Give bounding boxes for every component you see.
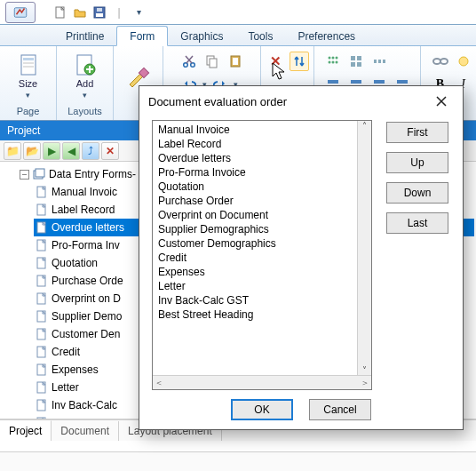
tree-item-label: Customer Den: [52, 326, 120, 342]
svg-rect-24: [351, 56, 355, 60]
dialog-titlebar[interactable]: Document evaluation order: [139, 86, 463, 116]
list-item[interactable]: Supplier Demographics: [155, 222, 355, 236]
svg-rect-35: [374, 80, 385, 84]
size-button[interactable]: Size ▾: [7, 51, 50, 102]
chevron-down-icon: ▾: [26, 91, 30, 100]
svg-rect-26: [351, 62, 355, 67]
scroll-right-arrow[interactable]: ＞: [361, 377, 369, 389]
list-item[interactable]: Manual Invoice: [155, 123, 355, 137]
down-button[interactable]: Down: [386, 182, 448, 204]
list-item[interactable]: Overdue letters: [155, 151, 355, 165]
scroll-up-arrow[interactable]: ˄: [362, 121, 367, 131]
svg-point-40: [440, 59, 448, 64]
tree-item-label: Pro-Forma Inv: [52, 237, 120, 253]
svg-point-18: [328, 57, 330, 60]
ribbon-group-label: Layouts: [67, 104, 102, 118]
last-button[interactable]: Last: [386, 212, 448, 234]
tree-root-label: Data Entry Forms-: [49, 166, 136, 182]
page-icon: [36, 381, 48, 394]
list-item[interactable]: Inv Back-Calc GST: [155, 293, 355, 307]
grid-icon[interactable]: [346, 52, 366, 71]
svg-rect-17: [233, 58, 238, 65]
ok-button[interactable]: OK: [231, 399, 293, 420]
cut-icon[interactable]: [179, 52, 199, 71]
svg-point-19: [331, 57, 334, 60]
scroll-left-arrow[interactable]: ＜: [155, 377, 163, 389]
list-item[interactable]: Label Record: [155, 137, 355, 151]
link-icon[interactable]: [431, 52, 450, 71]
tree-item-label: Quotation: [52, 255, 98, 271]
nav-up-button[interactable]: 📁: [4, 142, 21, 160]
collapse-button[interactable]: ◀: [62, 142, 80, 160]
nav-down-button[interactable]: 📂: [23, 142, 41, 160]
tree-item-label: Expenses: [52, 362, 99, 378]
tab-tools[interactable]: Tools: [235, 27, 285, 45]
list-item[interactable]: Credit: [155, 251, 355, 265]
first-button[interactable]: First: [386, 122, 448, 143]
distribute-icon[interactable]: [369, 52, 389, 71]
highlight-icon[interactable]: [454, 52, 473, 71]
add-button-label: Add: [76, 78, 94, 89]
ribbon-group-page: Size ▾ Page: [0, 46, 57, 120]
bottom-tab-project[interactable]: Project: [0, 420, 52, 441]
list-item[interactable]: Pro-Forma Invoice: [155, 165, 355, 180]
app-logo[interactable]: [5, 2, 36, 23]
page-icon: [36, 328, 48, 340]
braille-grid-icon[interactable]: [323, 52, 343, 71]
goto-button[interactable]: ⤴: [82, 142, 99, 160]
tab-graphics[interactable]: Graphics: [168, 27, 235, 45]
remove-button[interactable]: ✕: [101, 142, 119, 160]
tab-printline[interactable]: Printline: [53, 27, 116, 45]
tree-item-label: Label Record: [52, 202, 115, 218]
tree-item-label: Purchase Orde: [52, 273, 123, 289]
cancel-button[interactable]: Cancel: [309, 399, 371, 420]
ribbon-group-label: Page: [17, 104, 40, 118]
new-file-icon[interactable]: [53, 5, 67, 20]
svg-rect-7: [23, 62, 34, 64]
open-folder-icon[interactable]: [73, 5, 87, 20]
list-item[interactable]: Customer Demographics: [155, 236, 355, 251]
order-listbox[interactable]: Manual InvoiceLabel RecordOverdue letter…: [152, 120, 372, 390]
sort-order-icon[interactable]: [290, 52, 309, 71]
dialog-title: Document evaluation order: [148, 95, 287, 108]
page-icon: [36, 363, 48, 376]
tree-item-label: Letter: [52, 379, 79, 395]
svg-rect-37: [397, 80, 408, 84]
page-icon: [36, 275, 48, 287]
tab-form[interactable]: Form: [116, 26, 168, 46]
svg-point-21: [328, 61, 330, 64]
delete-icon[interactable]: ✕: [266, 52, 286, 71]
collapse-icon[interactable]: –: [20, 170, 29, 180]
horizontal-scrollbar[interactable]: ＜ ＞: [153, 375, 371, 389]
vertical-scrollbar[interactable]: ˄ ˅: [357, 121, 371, 375]
page-icon: [36, 186, 48, 198]
page-icon: [36, 239, 48, 251]
tree-item-label: Overprint on D: [52, 291, 121, 307]
bottom-tab-document[interactable]: Document: [52, 421, 119, 441]
list-item[interactable]: Letter: [155, 279, 355, 293]
close-button[interactable]: [429, 91, 454, 112]
expand-button[interactable]: ▶: [43, 142, 60, 160]
dialog-side-buttons: First Up Down Last: [385, 120, 450, 390]
list-item[interactable]: Expenses: [155, 265, 355, 279]
list-item[interactable]: Quotation: [155, 180, 355, 194]
list-item[interactable]: Overprint on Document: [155, 208, 355, 222]
scroll-down-arrow[interactable]: ˅: [362, 365, 367, 375]
quick-access-toolbar: | ▾: [0, 0, 476, 25]
project-panel-title: Project: [7, 124, 40, 137]
up-button[interactable]: Up: [386, 152, 448, 173]
folder-stack-icon: [33, 168, 45, 180]
size-button-label: Size: [19, 78, 37, 89]
save-icon[interactable]: [92, 5, 107, 20]
list-item[interactable]: Best Street Heading: [155, 307, 355, 322]
tree-item-label: Overdue letters: [52, 220, 124, 236]
tree-item-label: Inv Back-Calc: [52, 397, 117, 413]
svg-rect-28: [374, 60, 377, 63]
list-item[interactable]: Purchase Order: [155, 194, 355, 208]
tab-preferences[interactable]: Preferences: [285, 27, 368, 45]
add-layout-button[interactable]: Add ▾: [64, 51, 107, 102]
paste-icon[interactable]: [226, 52, 245, 71]
svg-rect-29: [378, 60, 381, 63]
qat-customize-dropdown[interactable]: ▾: [131, 5, 146, 20]
copy-icon[interactable]: [202, 52, 222, 71]
